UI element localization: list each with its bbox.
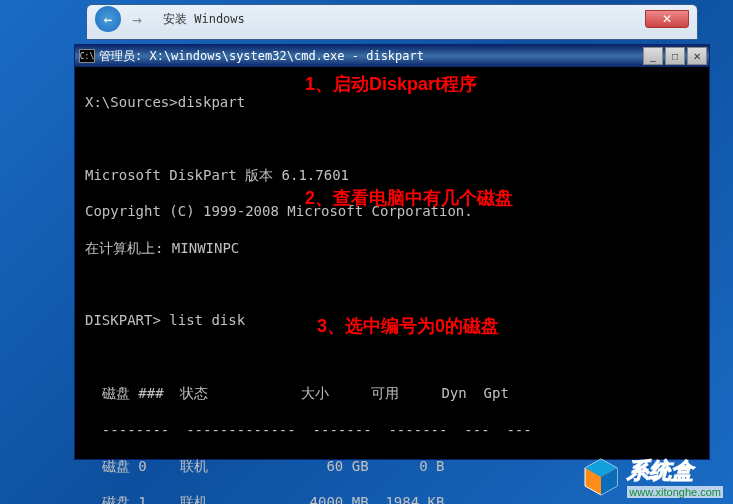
- disk-table-divider: -------- ------------- ------- ------- -…: [85, 421, 699, 439]
- cmd-blank: [85, 348, 699, 366]
- cmd-blank: [85, 130, 699, 148]
- maximize-button[interactable]: □: [665, 47, 685, 65]
- arrow-left-icon: ←: [104, 11, 112, 27]
- installer-titlebar: ← → 安装 Windows ✕: [87, 5, 697, 33]
- cmd-titlebar[interactable]: C:\ 管理员: X:\windows\system32\cmd.exe - d…: [75, 45, 709, 67]
- cmd-line: 在计算机上: MINWINPC: [85, 239, 699, 257]
- arrow-right-icon: →: [132, 10, 142, 29]
- watermark: 系统盒 www.xitonghe.com: [581, 456, 723, 498]
- forward-button: →: [123, 7, 151, 31]
- close-button[interactable]: ✕: [687, 47, 707, 65]
- close-icon: ✕: [693, 51, 701, 62]
- cmd-body[interactable]: X:\Sources>diskpart Microsoft DiskPart 版…: [75, 67, 709, 459]
- installer-title: 安装 Windows: [163, 11, 245, 28]
- minimize-icon: _: [650, 51, 656, 62]
- cmd-line: Microsoft DiskPart 版本 6.1.7601: [85, 166, 699, 184]
- watermark-url: www.xitonghe.com: [627, 486, 723, 498]
- annotation-2: 2、查看电脑中有几个磁盘: [305, 187, 513, 210]
- annotation-3: 3、选中编号为0的磁盘: [317, 315, 499, 338]
- installer-window: ← → 安装 Windows ✕: [86, 4, 698, 40]
- cmd-icon: C:\: [79, 49, 95, 63]
- annotation-1: 1、启动Diskpart程序: [305, 73, 477, 96]
- cmd-window: C:\ 管理员: X:\windows\system32\cmd.exe - d…: [74, 44, 710, 460]
- disk-table-header: 磁盘 ### 状态 大小 可用 Dyn Gpt: [85, 384, 699, 402]
- watermark-text: 系统盒 www.xitonghe.com: [627, 456, 723, 498]
- watermark-title: 系统盒: [627, 456, 693, 486]
- minimize-button[interactable]: _: [643, 47, 663, 65]
- watermark-logo-icon: [581, 457, 621, 497]
- cmd-blank: [85, 275, 699, 293]
- installer-nav: ← →: [95, 6, 151, 32]
- window-controls: _ □ ✕: [643, 47, 707, 65]
- installer-close-button[interactable]: ✕: [645, 10, 689, 28]
- back-button[interactable]: ←: [95, 6, 121, 32]
- cmd-title: 管理员: X:\windows\system32\cmd.exe - diskp…: [99, 48, 643, 65]
- maximize-icon: □: [672, 51, 678, 62]
- close-icon: ✕: [662, 12, 672, 26]
